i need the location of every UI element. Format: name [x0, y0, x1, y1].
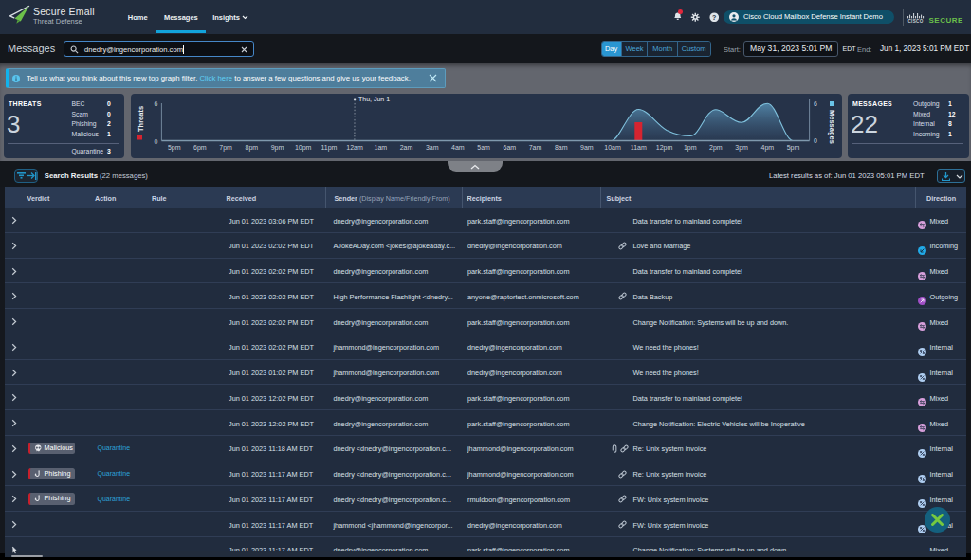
svg-text:5pm: 5pm	[787, 144, 800, 152]
svg-text:2am: 2am	[400, 144, 413, 151]
svg-text:CISCO: CISCO	[907, 19, 923, 23]
svg-text:12pm: 12pm	[656, 144, 673, 152]
svg-text:10pm: 10pm	[295, 144, 312, 152]
svg-text:9am: 9am	[580, 144, 594, 151]
svg-text:6: 6	[155, 100, 158, 107]
svg-text:7pm: 7pm	[219, 144, 232, 152]
svg-text:4pm: 4pm	[760, 144, 774, 152]
svg-text:Messages: Messages	[828, 110, 836, 144]
svg-text:6: 6	[814, 100, 817, 107]
svg-text:3pm: 3pm	[735, 144, 748, 152]
svg-text:2pm: 2pm	[709, 144, 723, 152]
svg-text:1am: 1am	[374, 144, 387, 151]
svg-text:6am: 6am	[503, 144, 516, 151]
svg-text:?: ?	[712, 13, 716, 20]
svg-text:10am: 10am	[604, 144, 621, 151]
svg-text:6pm: 6pm	[193, 144, 207, 152]
svg-text:12am: 12am	[346, 144, 363, 151]
svg-text:Threats: Threats	[137, 106, 145, 132]
svg-text:1pm: 1pm	[684, 144, 697, 152]
svg-text:11pm: 11pm	[321, 144, 337, 152]
svg-text:3am: 3am	[426, 144, 439, 151]
svg-text:5pm: 5pm	[168, 144, 181, 152]
svg-text:4am: 4am	[451, 144, 465, 151]
svg-text:7am: 7am	[529, 144, 542, 151]
svg-text:0: 0	[155, 138, 158, 145]
svg-text:0: 0	[814, 137, 817, 144]
svg-text:Thu, Jun 1: Thu, Jun 1	[358, 96, 390, 102]
svg-text:9pm: 9pm	[271, 144, 284, 152]
svg-text:8pm: 8pm	[245, 144, 258, 152]
svg-text:11am: 11am	[631, 144, 647, 151]
svg-text:5am: 5am	[477, 144, 490, 151]
svg-text:8am: 8am	[555, 144, 568, 151]
